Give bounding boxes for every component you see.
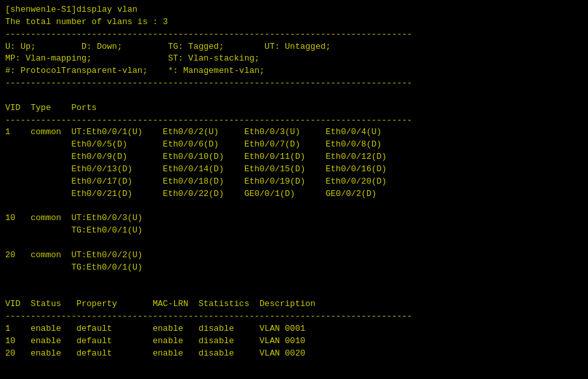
terminal-line: Eth0/0/13(D) Eth0/0/14(D) Eth0/0/15(D) E… bbox=[5, 163, 583, 176]
terminal-line: 1 common UT:Eth0/0/1(U) Eth0/0/2(U) Eth0… bbox=[5, 126, 583, 139]
terminal-line: VID Status Property MAC-LRN Statistics D… bbox=[5, 298, 583, 311]
terminal-output: [shenwenle-S1]display vlanThe total numb… bbox=[5, 4, 583, 375]
terminal-line: [shenwenle-S1]display vlan bbox=[5, 4, 583, 16]
terminal-line: 10 enable default enable disable VLAN 00… bbox=[5, 335, 583, 348]
terminal-line: 20 common UT:Eth0/0/2(U) bbox=[5, 249, 583, 262]
terminal-line: ----------------------------------------… bbox=[5, 29, 583, 41]
terminal-line bbox=[5, 90, 583, 102]
terminal-line bbox=[5, 286, 583, 298]
terminal-line: 10 common UT:Eth0/0/3(U) bbox=[5, 212, 583, 225]
terminal-line: VID Type Ports bbox=[5, 102, 583, 115]
terminal-line: Eth0/0/17(D) Eth0/0/18(D) Eth0/0/19(D) E… bbox=[5, 176, 583, 188]
terminal-line: #: ProtocolTransparent-vlan; *: Manageme… bbox=[5, 65, 583, 77]
terminal-line: ----------------------------------------… bbox=[5, 311, 583, 323]
terminal-line: ----------------------------------------… bbox=[5, 115, 583, 127]
terminal-line bbox=[5, 237, 583, 249]
terminal-line: TG:Eth0/0/1(U) bbox=[5, 262, 583, 274]
terminal-line: U: Up; D: Down; TG: Tagged; UT: Untagged… bbox=[5, 41, 583, 53]
terminal-line: Eth0/0/5(D) Eth0/0/6(D) Eth0/0/7(D) Eth0… bbox=[5, 139, 583, 151]
terminal-line: The total number of vlans is : 3 bbox=[5, 16, 583, 29]
terminal-line: Eth0/0/9(D) Eth0/0/10(D) Eth0/0/11(D) Et… bbox=[5, 151, 583, 163]
terminal-line: MP: Vlan-mapping; ST: Vlan-stacking; bbox=[5, 53, 583, 65]
terminal-line: 1 enable default enable disable VLAN 000… bbox=[5, 323, 583, 335]
terminal-line: ----------------------------------------… bbox=[5, 77, 583, 90]
terminal-line: TG:Eth0/0/1(U) bbox=[5, 225, 583, 237]
terminal-line bbox=[5, 274, 583, 287]
terminal-line: 20 enable default enable disable VLAN 00… bbox=[5, 348, 583, 360]
terminal-line bbox=[5, 201, 583, 213]
terminal-line: Eth0/0/21(D) Eth0/0/22(D) GE0/0/1(D) GE0… bbox=[5, 188, 583, 201]
